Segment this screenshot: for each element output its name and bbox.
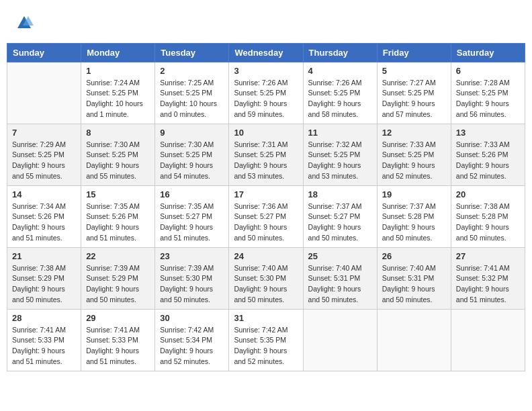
calendar-cell: 24Sunrise: 7:40 AMSunset: 5:30 PMDayligh… bbox=[229, 247, 303, 309]
calendar-cell: 7Sunrise: 7:29 AMSunset: 5:25 PMDaylight… bbox=[7, 124, 81, 185]
day-number: 11 bbox=[308, 128, 372, 138]
day-number: 3 bbox=[234, 66, 298, 76]
day-info: Sunrise: 7:27 AMSunset: 5:25 PMDaylight:… bbox=[382, 78, 446, 120]
day-info: Sunrise: 7:38 AMSunset: 5:29 PMDaylight:… bbox=[12, 263, 76, 306]
calendar-cell bbox=[303, 309, 377, 371]
calendar-week-row: 21Sunrise: 7:38 AMSunset: 5:29 PMDayligh… bbox=[7, 247, 525, 309]
header-friday: Friday bbox=[377, 43, 451, 62]
day-number: 24 bbox=[234, 251, 298, 261]
day-number: 1 bbox=[86, 66, 150, 76]
calendar-cell: 13Sunrise: 7:33 AMSunset: 5:26 PMDayligh… bbox=[451, 124, 525, 185]
day-info: Sunrise: 7:24 AMSunset: 5:25 PMDaylight:… bbox=[86, 78, 150, 120]
day-number: 23 bbox=[160, 251, 224, 261]
day-number: 18 bbox=[308, 189, 372, 199]
header-saturday: Saturday bbox=[451, 43, 525, 62]
day-info: Sunrise: 7:35 AMSunset: 5:27 PMDaylight:… bbox=[160, 201, 224, 244]
header-thursday: Thursday bbox=[303, 43, 377, 62]
calendar-cell: 26Sunrise: 7:40 AMSunset: 5:31 PMDayligh… bbox=[377, 247, 451, 309]
day-number: 19 bbox=[382, 189, 446, 199]
day-number: 8 bbox=[86, 128, 150, 138]
day-info: Sunrise: 7:37 AMSunset: 5:27 PMDaylight:… bbox=[308, 201, 372, 244]
day-info: Sunrise: 7:30 AMSunset: 5:25 PMDaylight:… bbox=[160, 140, 224, 182]
calendar-cell: 31Sunrise: 7:42 AMSunset: 5:35 PMDayligh… bbox=[229, 309, 303, 371]
calendar-cell: 23Sunrise: 7:39 AMSunset: 5:30 PMDayligh… bbox=[155, 247, 229, 309]
day-info: Sunrise: 7:32 AMSunset: 5:25 PMDaylight:… bbox=[308, 140, 372, 182]
calendar-cell: 19Sunrise: 7:37 AMSunset: 5:28 PMDayligh… bbox=[377, 185, 451, 247]
day-number: 22 bbox=[86, 251, 150, 261]
day-info: Sunrise: 7:37 AMSunset: 5:28 PMDaylight:… bbox=[382, 201, 446, 244]
day-info: Sunrise: 7:26 AMSunset: 5:25 PMDaylight:… bbox=[308, 78, 372, 120]
day-number: 29 bbox=[86, 313, 150, 323]
day-number: 9 bbox=[160, 128, 224, 138]
day-info: Sunrise: 7:26 AMSunset: 5:25 PMDaylight:… bbox=[234, 78, 298, 120]
day-number: 7 bbox=[12, 128, 76, 138]
day-number: 21 bbox=[12, 251, 76, 261]
calendar-week-row: 1Sunrise: 7:24 AMSunset: 5:25 PMDaylight… bbox=[7, 62, 525, 124]
calendar-cell: 30Sunrise: 7:42 AMSunset: 5:34 PMDayligh… bbox=[155, 309, 229, 371]
day-number: 17 bbox=[234, 189, 298, 199]
calendar-cell bbox=[7, 62, 81, 124]
day-info: Sunrise: 7:41 AMSunset: 5:33 PMDaylight:… bbox=[12, 325, 76, 367]
day-number: 26 bbox=[382, 251, 446, 261]
day-info: Sunrise: 7:38 AMSunset: 5:28 PMDaylight:… bbox=[456, 201, 520, 244]
day-info: Sunrise: 7:40 AMSunset: 5:30 PMDaylight:… bbox=[234, 263, 298, 306]
calendar-cell bbox=[377, 309, 451, 371]
calendar-week-row: 28Sunrise: 7:41 AMSunset: 5:33 PMDayligh… bbox=[7, 309, 525, 371]
calendar-cell: 10Sunrise: 7:31 AMSunset: 5:25 PMDayligh… bbox=[229, 124, 303, 185]
header-wednesday: Wednesday bbox=[229, 43, 303, 62]
day-info: Sunrise: 7:39 AMSunset: 5:29 PMDaylight:… bbox=[86, 263, 150, 306]
calendar-cell: 4Sunrise: 7:26 AMSunset: 5:25 PMDaylight… bbox=[303, 62, 377, 124]
calendar-cell: 18Sunrise: 7:37 AMSunset: 5:27 PMDayligh… bbox=[303, 185, 377, 247]
day-number: 6 bbox=[456, 66, 520, 76]
day-info: Sunrise: 7:33 AMSunset: 5:25 PMDaylight:… bbox=[382, 140, 446, 182]
day-info: Sunrise: 7:40 AMSunset: 5:31 PMDaylight:… bbox=[308, 263, 372, 306]
day-info: Sunrise: 7:28 AMSunset: 5:25 PMDaylight:… bbox=[456, 78, 520, 120]
day-number: 25 bbox=[308, 251, 372, 261]
day-number: 16 bbox=[160, 189, 224, 199]
header-monday: Monday bbox=[81, 43, 155, 62]
day-number: 13 bbox=[456, 128, 520, 138]
day-info: Sunrise: 7:40 AMSunset: 5:31 PMDaylight:… bbox=[382, 263, 446, 306]
calendar-cell: 5Sunrise: 7:27 AMSunset: 5:25 PMDaylight… bbox=[377, 62, 451, 124]
calendar-cell: 12Sunrise: 7:33 AMSunset: 5:25 PMDayligh… bbox=[377, 124, 451, 185]
day-number: 14 bbox=[12, 189, 76, 199]
day-info: Sunrise: 7:34 AMSunset: 5:26 PMDaylight:… bbox=[12, 201, 76, 244]
day-number: 31 bbox=[234, 313, 298, 323]
calendar-cell bbox=[451, 309, 525, 371]
calendar-cell: 25Sunrise: 7:40 AMSunset: 5:31 PMDayligh… bbox=[303, 247, 377, 309]
day-number: 12 bbox=[382, 128, 446, 138]
logo-icon bbox=[15, 13, 34, 32]
calendar-cell: 1Sunrise: 7:24 AMSunset: 5:25 PMDaylight… bbox=[81, 62, 155, 124]
header-tuesday: Tuesday bbox=[155, 43, 229, 62]
logo bbox=[13, 13, 34, 36]
day-number: 2 bbox=[160, 66, 224, 76]
day-number: 5 bbox=[382, 66, 446, 76]
day-info: Sunrise: 7:39 AMSunset: 5:30 PMDaylight:… bbox=[160, 263, 224, 306]
day-number: 27 bbox=[456, 251, 520, 261]
day-info: Sunrise: 7:31 AMSunset: 5:25 PMDaylight:… bbox=[234, 140, 298, 182]
header-sunday: Sunday bbox=[7, 43, 81, 62]
calendar-cell: 16Sunrise: 7:35 AMSunset: 5:27 PMDayligh… bbox=[155, 185, 229, 247]
calendar-week-row: 7Sunrise: 7:29 AMSunset: 5:25 PMDaylight… bbox=[7, 124, 525, 185]
calendar-cell: 15Sunrise: 7:35 AMSunset: 5:26 PMDayligh… bbox=[81, 185, 155, 247]
calendar-cell: 6Sunrise: 7:28 AMSunset: 5:25 PMDaylight… bbox=[451, 62, 525, 124]
calendar: SundayMondayTuesdayWednesdayThursdayFrid… bbox=[7, 43, 525, 371]
day-number: 10 bbox=[234, 128, 298, 138]
calendar-header-row: SundayMondayTuesdayWednesdayThursdayFrid… bbox=[7, 43, 525, 62]
day-number: 20 bbox=[456, 189, 520, 199]
calendar-week-row: 14Sunrise: 7:34 AMSunset: 5:26 PMDayligh… bbox=[7, 185, 525, 247]
day-number: 4 bbox=[308, 66, 372, 76]
calendar-cell: 29Sunrise: 7:41 AMSunset: 5:33 PMDayligh… bbox=[81, 309, 155, 371]
header bbox=[7, 7, 525, 40]
day-info: Sunrise: 7:41 AMSunset: 5:33 PMDaylight:… bbox=[86, 325, 150, 367]
calendar-cell: 21Sunrise: 7:38 AMSunset: 5:29 PMDayligh… bbox=[7, 247, 81, 309]
calendar-cell: 2Sunrise: 7:25 AMSunset: 5:25 PMDaylight… bbox=[155, 62, 229, 124]
calendar-cell: 28Sunrise: 7:41 AMSunset: 5:33 PMDayligh… bbox=[7, 309, 81, 371]
day-info: Sunrise: 7:35 AMSunset: 5:26 PMDaylight:… bbox=[86, 201, 150, 244]
calendar-cell: 9Sunrise: 7:30 AMSunset: 5:25 PMDaylight… bbox=[155, 124, 229, 185]
day-info: Sunrise: 7:36 AMSunset: 5:27 PMDaylight:… bbox=[234, 201, 298, 244]
day-info: Sunrise: 7:42 AMSunset: 5:34 PMDaylight:… bbox=[160, 325, 224, 367]
calendar-cell: 20Sunrise: 7:38 AMSunset: 5:28 PMDayligh… bbox=[451, 185, 525, 247]
calendar-cell: 27Sunrise: 7:41 AMSunset: 5:32 PMDayligh… bbox=[451, 247, 525, 309]
calendar-cell: 22Sunrise: 7:39 AMSunset: 5:29 PMDayligh… bbox=[81, 247, 155, 309]
